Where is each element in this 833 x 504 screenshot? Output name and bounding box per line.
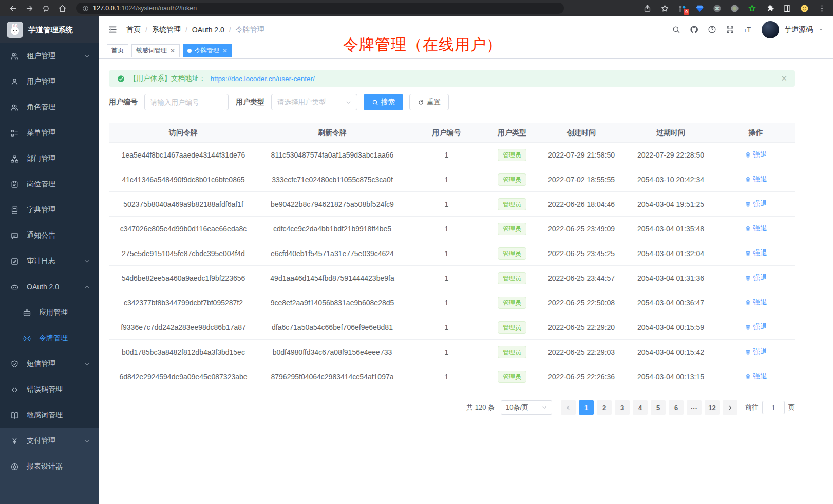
sidebar-item-user[interactable]: 用户管理 [0, 69, 99, 94]
gem-extension-icon[interactable] [694, 3, 705, 13]
user-avatar[interactable] [762, 21, 779, 38]
github-icon[interactable] [690, 25, 698, 34]
col-header-user-type: 用户类型 [486, 123, 538, 143]
reader-mode-icon[interactable] [782, 3, 792, 13]
org-chart-icon [10, 154, 19, 163]
page-button-3[interactable]: 3 [615, 400, 630, 415]
tab-close-icon[interactable]: ✕ [222, 48, 228, 54]
page-button-6[interactable]: 6 [669, 400, 684, 415]
sidebar-item-label: 令牌管理 [39, 334, 68, 343]
force-logout-button[interactable]: 强退 [745, 298, 767, 307]
force-logout-button[interactable]: 强退 [745, 322, 767, 332]
sidebar-item-tenant[interactable]: 租户管理 [0, 43, 99, 69]
puzzle-extension-icon[interactable] [764, 3, 774, 13]
sidebar-item-oauth2[interactable]: OAuth 2.0 [0, 274, 99, 300]
force-logout-button[interactable]: 强退 [745, 273, 767, 282]
sidebar-item-dept[interactable]: 部门管理 [0, 146, 99, 171]
page-button-1[interactable]: 1 [579, 400, 594, 415]
page-size-select[interactable]: 10条/页 [501, 400, 552, 415]
token-table: 访问令牌刷新令牌用户编号用户类型创建时间过期时间操作 1ea5e44f8bc14… [109, 123, 795, 389]
force-logout-button[interactable]: 强退 [745, 199, 767, 208]
sidebar-item-oauth2-token[interactable]: 令牌管理 [0, 325, 99, 351]
browser-menu-dots-icon[interactable] [817, 3, 827, 13]
breadcrumb-item[interactable]: OAuth 2.0 [192, 26, 224, 34]
tab-close-icon[interactable]: ✕ [170, 48, 175, 54]
tab-首页[interactable]: 首页 [107, 44, 128, 57]
force-logout-button[interactable]: 强退 [745, 248, 767, 258]
page-button-5[interactable]: 5 [651, 400, 666, 415]
sidebar-item-role[interactable]: 角色管理 [0, 94, 99, 120]
refresh-token-cell: dfa6c71a50a54c66bef706ef9e6e8d81 [258, 315, 407, 340]
force-logout-button[interactable]: 强退 [745, 372, 767, 381]
page-button-12[interactable]: 12 [705, 400, 720, 415]
browser-back-icon[interactable] [6, 2, 20, 15]
force-logout-button[interactable]: 强退 [745, 175, 767, 184]
sidebar-item-pay[interactable]: 支付管理 [0, 428, 99, 454]
sidebar-item-report[interactable]: 报表设计器 [0, 454, 99, 479]
search-icon[interactable] [672, 25, 680, 34]
profile-emoji-icon[interactable] [799, 3, 809, 13]
browser-forward-icon[interactable] [23, 2, 36, 15]
sidebar-item-sensitive[interactable]: 敏感词管理 [0, 402, 99, 428]
buoy-chart-icon [10, 462, 19, 471]
search-button[interactable]: 搜索 [364, 94, 403, 110]
col-header-access-token: 访问令牌 [109, 123, 258, 143]
force-logout-button[interactable]: 强退 [745, 224, 767, 233]
recorder-extension-icon[interactable] [729, 3, 740, 13]
site-info-icon[interactable] [82, 5, 89, 12]
font-size-icon[interactable]: TT [744, 25, 752, 34]
app-logo[interactable]: 芋道管理系统 [0, 16, 99, 43]
chevron-down-icon[interactable] [818, 27, 824, 32]
user-type-select[interactable]: 请选择用户类型 [271, 94, 357, 110]
tab-令牌管理[interactable]: 令牌管理✕ [183, 44, 232, 57]
sidebar-item-sms[interactable]: 短信管理 [0, 351, 99, 377]
access-token-cell: 502375b8040a469a9b82188afdf6af1f [109, 192, 258, 217]
trash-icon [745, 225, 751, 232]
sidebar-item-notice[interactable]: 通知公告 [0, 223, 99, 248]
page-button-2[interactable]: 2 [597, 400, 612, 415]
star-extension-icon[interactable] [747, 3, 757, 13]
browser-home-icon[interactable] [55, 2, 69, 15]
sidebar-item-dict[interactable]: 字典管理 [0, 197, 99, 223]
sidebar-item-errcode[interactable]: 错误码管理 [0, 377, 99, 402]
user-type-badge: 管理员 [498, 198, 526, 210]
user-type-cell: 管理员 [486, 241, 538, 266]
page-button-4[interactable]: 4 [633, 400, 648, 415]
force-logout-button[interactable]: 强退 [745, 347, 767, 356]
sidebar-fold-icon[interactable] [108, 25, 118, 34]
command-extension-icon[interactable]: ⌘ [712, 3, 722, 13]
share-icon[interactable] [642, 3, 652, 13]
prev-page-button[interactable] [561, 400, 576, 415]
next-page-button[interactable] [723, 400, 737, 415]
help-question-icon[interactable] [708, 25, 716, 34]
force-logout-button[interactable]: 强退 [745, 150, 767, 159]
user-id-label: 用户编号 [109, 98, 138, 107]
sidebar-item-menu[interactable]: 菜单管理 [0, 120, 99, 146]
doc-link[interactable]: https://doc.iocoder.cn/user-center/ [211, 75, 315, 83]
sidebar-menu-dark: 租户管理用户管理角色管理菜单管理部门管理岗位管理字典管理通知公告审计日志OAut… [0, 43, 99, 428]
user-name[interactable]: 芋道源码 [784, 25, 813, 34]
trash-icon [745, 176, 751, 183]
logo-rabbit-icon [7, 22, 23, 38]
goto-page-input[interactable] [762, 401, 785, 414]
expire-time-cell: 2022-07-29 22:28:50 [625, 143, 716, 167]
user-type-badge: 管理员 [498, 223, 526, 235]
sidebar-item-oauth2-app[interactable]: 应用管理 [0, 300, 99, 325]
tab-label: 敏感词管理 [136, 46, 167, 55]
browser-reload-icon[interactable] [39, 2, 52, 15]
bookmark-star-icon[interactable] [659, 3, 670, 13]
fullscreen-icon[interactable] [726, 25, 734, 34]
tab-敏感词管理[interactable]: 敏感词管理✕ [131, 44, 180, 57]
breadcrumb-item[interactable]: 首页 [126, 25, 141, 34]
user-type-cell: 管理员 [486, 340, 538, 364]
pinned-extension-icon[interactable]: 9 [677, 3, 687, 13]
browser-address-bar[interactable]: 127.0.0.1:1024/system/oauth2/token [76, 3, 564, 14]
reset-button[interactable]: 重置 [409, 94, 449, 110]
sidebar-item-audit[interactable]: 审计日志 [0, 248, 99, 274]
breadcrumb-item[interactable]: 系统管理 [152, 25, 181, 34]
url-text: 127.0.0.1:1024/system/oauth2/token [93, 5, 197, 12]
pager-ellipsis[interactable]: ··· [687, 400, 702, 415]
sidebar-item-post[interactable]: 岗位管理 [0, 171, 99, 197]
alert-close-icon[interactable]: ✕ [781, 74, 787, 83]
user-id-input[interactable] [144, 94, 229, 110]
